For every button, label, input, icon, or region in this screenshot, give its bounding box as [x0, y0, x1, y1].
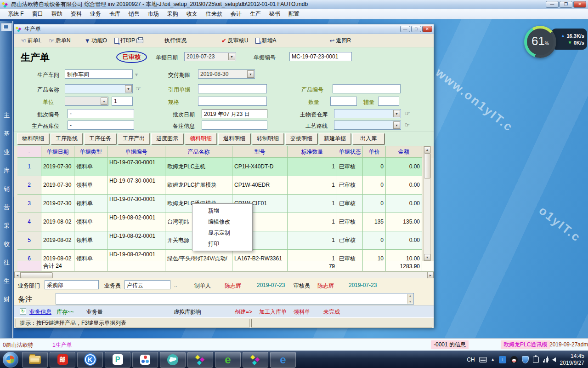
menu-accounts[interactable]: 往来款 — [202, 9, 226, 19]
product-name-combo[interactable]: ▼ — [65, 84, 133, 93]
route-picker-hand-icon[interactable]: ☞ — [405, 121, 410, 128]
col-model[interactable]: 型号 — [232, 146, 288, 158]
spinner-icon[interactable]: ▲▼ — [407, 294, 413, 304]
back-button[interactable]: ↩返回R — [327, 36, 354, 46]
taskbar-ie-button[interactable]: e — [270, 352, 296, 368]
main-restore-button[interactable]: ❐ — [560, 1, 572, 8]
context-menu-item-print[interactable]: 打印 — [193, 238, 251, 249]
tab-material-detail[interactable]: 物料明细 — [17, 133, 49, 144]
order-minimize-button[interactable]: — — [400, 26, 410, 32]
keyboard-icon[interactable] — [479, 357, 487, 362]
col-doc-status[interactable]: 单据状态 — [337, 146, 363, 158]
dropdown-arrow-icon[interactable]: ▼ — [101, 98, 107, 105]
col-doc-no[interactable]: 单据编号 — [107, 146, 165, 158]
col-unit-price[interactable]: 单价 — [363, 146, 386, 158]
context-menu-item-display[interactable]: 显示定制 — [193, 227, 251, 238]
sidebar-char[interactable]: 生 — [4, 277, 10, 285]
qty-field[interactable] — [330, 97, 357, 106]
qq-icon[interactable] — [510, 356, 518, 363]
taskbar-handshake-app-button[interactable] — [160, 352, 186, 368]
sidebar-char[interactable]: 销 — [4, 185, 10, 193]
tab-handover-detail[interactable]: 交接明细 — [285, 133, 317, 144]
memory-usage-ball[interactable]: 61 % — [524, 26, 556, 58]
menu-secretary[interactable]: 秘书 — [265, 9, 284, 19]
main-minimize-button[interactable]: — — [546, 1, 559, 8]
menu-data[interactable]: 资料 — [67, 9, 86, 19]
tab-new-doc[interactable]: 新建单据 — [319, 133, 351, 144]
menu-window[interactable]: 窗口 — [28, 9, 47, 19]
prev-doc-button[interactable]: ☜前单L — [18, 36, 44, 46]
tray-expand-icon[interactable]: ▲ — [491, 357, 495, 362]
unaudit-button[interactable]: ✔反审核U — [219, 36, 251, 46]
next-doc-button[interactable]: ☞后单N — [46, 36, 73, 46]
col-product-name[interactable]: 产品名称 — [165, 146, 232, 158]
col-index[interactable]: - — [17, 146, 41, 158]
add-new-button[interactable]: 新增A — [253, 36, 279, 46]
batch-date-field[interactable]: 2019 年07 月23 日 — [202, 109, 267, 118]
menu-help[interactable]: 帮助 — [47, 9, 67, 19]
workshop-field[interactable]: 制作车间 — [65, 69, 133, 79]
dropdown-arrow-icon[interactable]: ▼ — [247, 70, 254, 78]
memo-field[interactable] — [202, 121, 267, 130]
dropdown-arrow-icon[interactable]: ▼ — [393, 121, 400, 129]
tab-in-out-stock[interactable]: 出入库 — [352, 133, 384, 144]
workshop-drop-icon[interactable]: ▾ — [135, 71, 138, 78]
taskbar-fauto-button[interactable]: ◆◆◆ — [187, 352, 213, 368]
table-row[interactable]: 2 2019-07-30 领料单 HD-19-07-30-0001 欧姆龙PLC… — [17, 176, 434, 195]
picking-doc-link[interactable]: 领料单 — [294, 308, 310, 316]
col-doc-type[interactable]: 单据类型 — [74, 146, 107, 158]
refresh-icon[interactable]: ↻ — [20, 308, 26, 315]
route-combo[interactable]: ▼ — [334, 121, 401, 130]
language-indicator[interactable]: CH — [467, 356, 475, 363]
menu-business[interactable]: 业务 — [86, 9, 105, 19]
taskbar-k-app-button[interactable]: K — [77, 352, 103, 368]
business-info-link[interactable]: 业务信息 — [29, 308, 51, 316]
remark-field[interactable]: ▲▼ — [56, 293, 414, 305]
col-amount[interactable]: 金额 — [386, 146, 422, 158]
doc-no-field[interactable]: MC-19-07-23-0001 — [289, 52, 352, 61]
dept-field[interactable]: 采购部 — [45, 280, 99, 289]
order-maximize-button[interactable]: □ — [411, 26, 421, 32]
exec-status-button[interactable]: 执行情况 — [162, 36, 189, 46]
ref-doc-field[interactable] — [198, 84, 267, 93]
speaker-icon[interactable] — [552, 357, 556, 362]
taskbar-p-app-button[interactable]: P — [105, 352, 130, 368]
spec-field[interactable] — [198, 97, 267, 106]
context-menu-item-add[interactable]: 新增 — [193, 205, 251, 216]
taskbar-explorer-button[interactable] — [22, 352, 48, 368]
order-close-button[interactable]: ✕ — [422, 26, 432, 32]
batch-no-field[interactable]: - — [68, 109, 134, 118]
product-code-field[interactable] — [333, 84, 401, 93]
start-button[interactable] — [3, 352, 18, 368]
unit-combo[interactable]: ▼ — [65, 97, 108, 106]
print-button[interactable]: 打印P — [112, 36, 146, 46]
scroll-thumb[interactable] — [424, 153, 430, 178]
sidebar-char[interactable]: 往 — [4, 259, 10, 267]
power-plug-icon[interactable] — [533, 356, 539, 363]
location-field[interactable]: - — [68, 121, 134, 130]
sidebar-char[interactable]: 收 — [4, 240, 10, 248]
menu-sales[interactable]: 销售 — [124, 9, 144, 19]
scroll-right-icon[interactable]: ► — [427, 272, 434, 279]
sidebar-char[interactable]: 财 — [4, 295, 10, 304]
status-doc[interactable]: 1生产单 — [52, 341, 72, 349]
menu-accounting[interactable]: 会计 — [226, 9, 246, 19]
warehouse-picker-hand-icon[interactable]: ☞ — [405, 110, 410, 117]
scroll-up-icon[interactable]: ▲ — [424, 146, 430, 153]
usb-icon[interactable]: ↑ — [499, 356, 506, 363]
col-std-qty[interactable]: 标准数量 — [288, 146, 337, 158]
deadline-field[interactable]: 2019-08-30▼ — [198, 69, 255, 79]
stock-link[interactable]: 库存~~ — [57, 308, 74, 316]
tab-progress-chart[interactable]: 进度图示 — [151, 133, 183, 144]
table-row[interactable]: 1 2019-07-30 领料单 HD-19-07-30-0001 欧姆龙PLC… — [17, 158, 434, 176]
aux-qty-field[interactable] — [378, 97, 399, 106]
dropdown-arrow-icon[interactable]: ▼ — [228, 53, 235, 60]
unit-qty-field[interactable]: 1 — [112, 97, 133, 106]
product-picker-hand-icon[interactable]: ☞ — [136, 85, 141, 92]
tab-transfer-detail[interactable]: 转制明细 — [252, 133, 284, 144]
horizontal-scrollbar[interactable]: ◄ ► — [14, 271, 434, 278]
tab-process-route[interactable]: 工序路线 — [51, 133, 83, 144]
clock[interactable]: 14:45 2019/9/27 — [560, 353, 584, 367]
sidebar-char[interactable]: 主 — [4, 111, 10, 120]
tab-picking-detail[interactable]: 领料明细 — [185, 133, 217, 144]
